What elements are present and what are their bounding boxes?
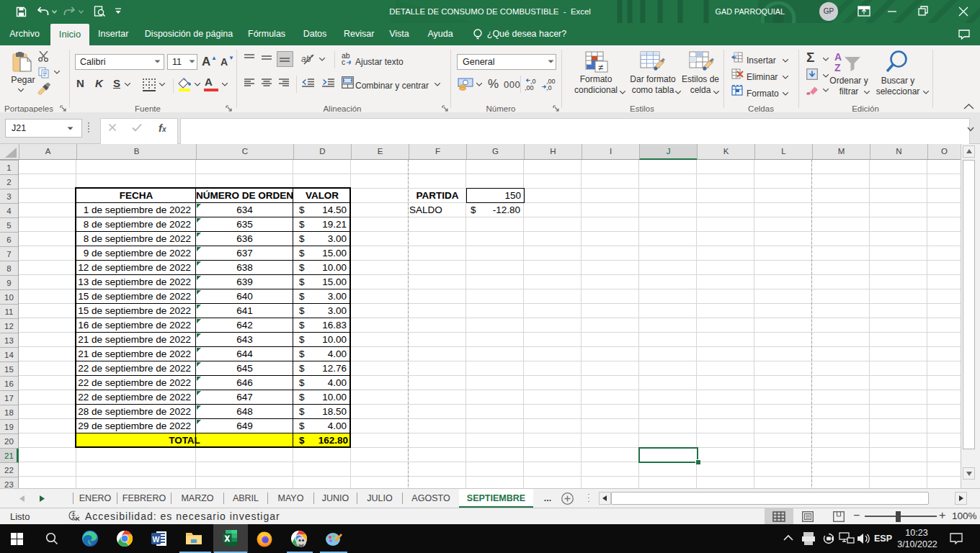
svg-text:,00: ,00 — [525, 84, 534, 91]
svg-text:A: A — [834, 51, 842, 63]
svg-text:,0: ,0 — [546, 84, 552, 91]
svg-text:Z: Z — [834, 62, 841, 73]
svg-text:≠: ≠ — [598, 62, 603, 73]
svg-text:W: W — [153, 535, 160, 544]
svg-text:c: c — [342, 58, 345, 66]
